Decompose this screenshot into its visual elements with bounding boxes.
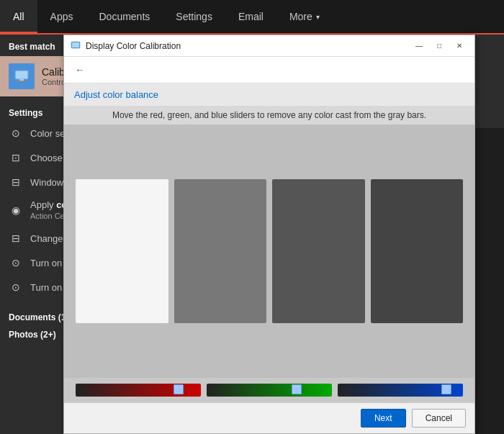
monitor-icon: ⊟ bbox=[9, 231, 23, 245]
windows-icon: ⊟ bbox=[9, 175, 23, 189]
nav-documents-label: Documents bbox=[99, 11, 150, 22]
minimize-button[interactable]: — bbox=[410, 39, 428, 53]
dialog-app-icon bbox=[70, 40, 81, 52]
svg-rect-10 bbox=[72, 42, 79, 48]
color-bars-area bbox=[64, 125, 474, 378]
red-slider-track[interactable] bbox=[76, 384, 201, 397]
dialog-window-controls: — □ ✕ bbox=[410, 39, 469, 53]
green-slider-thumb[interactable] bbox=[292, 384, 302, 394]
nav-documents[interactable]: Documents bbox=[86, 0, 163, 33]
square-icon: ⊡ bbox=[9, 150, 23, 165]
dialog-content: Adjust color balance Move the red, green… bbox=[64, 83, 474, 402]
cancel-button[interactable]: Cancel bbox=[412, 409, 466, 428]
nav-more[interactable]: More ▾ bbox=[276, 0, 333, 33]
svg-rect-2 bbox=[17, 81, 26, 82]
nav-settings-label: Settings bbox=[176, 11, 212, 22]
green-slider-container bbox=[207, 384, 332, 397]
blue-slider-track[interactable] bbox=[338, 384, 463, 397]
nav-apps[interactable]: Apps bbox=[37, 0, 86, 33]
white-bar bbox=[76, 179, 168, 323]
blue-slider-container bbox=[338, 384, 463, 397]
nav-apps-label: Apps bbox=[50, 11, 73, 22]
chevron-down-icon: ▾ bbox=[316, 13, 320, 21]
close-button[interactable]: ✕ bbox=[450, 39, 469, 53]
back-button[interactable]: ← bbox=[71, 61, 89, 78]
dialog-title: Display Color Calibration bbox=[86, 41, 410, 51]
adjust-link[interactable]: Adjust color balance bbox=[64, 83, 168, 106]
blue-slider-thumb[interactable] bbox=[441, 384, 451, 394]
svg-rect-0 bbox=[15, 71, 28, 79]
dot-icon: ◉ bbox=[9, 203, 23, 217]
dialog-nav: ← bbox=[64, 57, 474, 83]
next-button[interactable]: Next bbox=[361, 409, 406, 428]
nav-email-label: Email bbox=[238, 11, 264, 22]
maximize-button[interactable]: □ bbox=[430, 39, 449, 53]
top-nav: All Apps Documents Settings Email More ▾ bbox=[0, 0, 504, 35]
instruction-text: Move the red, green, and blue sliders to… bbox=[64, 106, 474, 125]
medium-gray-bar bbox=[174, 179, 267, 323]
nav-all[interactable]: All bbox=[0, 0, 37, 33]
dialog-footer: Next Cancel bbox=[64, 402, 474, 433]
red-slider-container bbox=[76, 384, 201, 397]
nav-settings[interactable]: Settings bbox=[163, 0, 225, 33]
circle-icon: ⊙ bbox=[9, 126, 23, 140]
calibrate-icon bbox=[9, 63, 35, 89]
eye2-icon: ⊙ bbox=[9, 280, 23, 294]
sliders-area bbox=[64, 378, 474, 402]
nav-more-label: More bbox=[289, 11, 312, 22]
red-slider-thumb[interactable] bbox=[174, 384, 184, 394]
dialog-titlebar: Display Color Calibration — □ ✕ bbox=[64, 35, 474, 57]
dialog: Display Color Calibration — □ ✕ ← Adjust… bbox=[63, 35, 475, 434]
green-slider-track[interactable] bbox=[207, 384, 332, 397]
nav-all-label: All bbox=[13, 11, 24, 22]
nav-email[interactable]: Email bbox=[225, 0, 276, 33]
dark-gray1-bar bbox=[272, 179, 365, 323]
dark-gray2-bar bbox=[371, 179, 464, 323]
eye-icon: ⊙ bbox=[9, 256, 23, 270]
